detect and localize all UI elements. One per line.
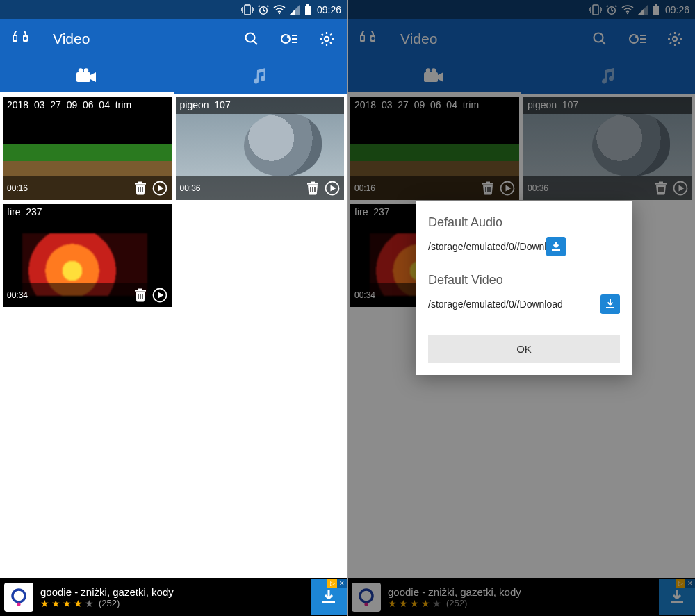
star-icon: ★ [410,598,419,609]
video-tile[interactable]: pigeon_107 00:36 [176,97,345,200]
page-title: Video [53,31,224,47]
delete-button[interactable] [133,181,148,196]
svg-point-9 [246,33,255,42]
pick-video-folder-button[interactable] [600,294,620,314]
app-bar: Video [348,19,695,58]
play-button[interactable] [500,181,515,196]
star-empty-icon: ★ [85,598,94,609]
play-button[interactable] [152,181,167,196]
delete-button[interactable] [653,181,669,196]
svg-rect-26 [593,5,598,15]
play-button[interactable] [325,181,340,196]
ad-rating-count: (252) [99,598,120,608]
status-icons [241,4,311,15]
svg-rect-18 [307,183,318,185]
svg-rect-19 [311,182,315,183]
ad-install-button[interactable]: ▷ ✕ [659,579,695,615]
ad-rating-count: (252) [446,598,467,608]
settings-button[interactable] [664,28,685,49]
video-duration: 00:16 [354,183,476,193]
wifi-icon [621,5,634,15]
play-circle-icon [500,181,515,196]
tab-audio[interactable] [174,58,348,94]
ad-close-icon[interactable]: ✕ [337,579,347,588]
svg-point-28 [627,13,628,14]
svg-rect-15 [135,183,146,185]
play-circle-icon [673,181,688,196]
ad-title: goodie - zniżki, gazetki, kody [388,586,659,598]
svg-rect-44 [655,183,667,185]
ad-text: goodie - zniżki, gazetki, kody ★★★★★ (25… [388,586,659,609]
video-tile[interactable]: 2018_03_27_09_06_04_trim 00:16 [350,97,519,200]
status-bar: 09:26 [348,0,695,19]
play-circle-icon [152,181,167,196]
ad-banner[interactable]: goodie - zniżki, gazetki, kody ★★★★★ (25… [0,578,347,616]
star-icon: ★ [388,598,397,609]
video-tile[interactable]: 2018_03_27_09_06_04_trim 00:16 [3,97,172,200]
gear-icon [667,31,683,47]
delete-button[interactable] [480,181,496,196]
search-button[interactable] [589,28,610,49]
screen-left: 09:26 Video [0,0,348,616]
ad-close-icon[interactable]: ✕ [685,579,695,588]
refresh-list-button[interactable] [627,28,648,49]
svg-point-40 [432,68,436,72]
ad-rating: ★★★★★ (252) [388,598,659,609]
ad-label-icon: ▷ [327,579,337,588]
page-title: Video [400,31,573,47]
star-empty-icon: ★ [432,598,441,609]
star-icon: ★ [74,598,83,609]
svg-point-51 [364,602,368,606]
trash-icon [653,181,669,196]
video-tile[interactable]: pigeon_107 00:36 [523,97,692,200]
download-icon [667,588,687,607]
ad-app-icon [352,583,381,612]
video-duration: 00:34 [7,290,129,300]
video-title: pigeon_107 [176,97,345,114]
video-tile[interactable]: fire_237 00:34 [3,204,172,307]
dialog-heading-video: Default Video [428,273,620,288]
tile-bottom-bar: 00:16 [350,176,519,200]
svg-point-35 [594,33,603,42]
svg-point-2 [279,13,280,14]
video-title: 2018_03_27_09_06_04_trim [350,97,519,114]
tile-bottom-bar: 00:36 [176,176,345,200]
tab-audio[interactable] [521,58,695,94]
ad-app-icon [4,583,33,612]
ad-rating: ★★★★★ (252) [40,598,311,609]
wifi-icon [273,5,286,15]
svg-rect-45 [659,182,663,183]
video-camera-icon [424,68,445,85]
svg-rect-21 [135,290,146,292]
tab-video[interactable] [0,58,174,94]
play-circle-icon [152,288,167,303]
video-grid: 2018_03_27_09_06_04_trim 00:16 pigeon_10… [0,94,347,578]
video-title: fire_237 [3,204,172,221]
pick-audio-folder-button[interactable] [546,237,566,256]
refresh-list-button[interactable] [279,28,300,49]
settings-button[interactable] [316,28,337,49]
ad-banner[interactable]: goodie - zniżki, gazetki, kody ★★★★★ (25… [348,578,695,616]
trash-icon [480,181,496,196]
video-camera-icon [76,68,97,85]
svg-rect-30 [655,4,657,6]
ad-label-icon: ▷ [676,579,685,588]
ok-button[interactable]: OK [428,335,620,363]
delete-button[interactable] [305,181,320,196]
music-note-icon [252,68,268,85]
tab-video[interactable] [348,58,521,94]
play-button[interactable] [152,288,167,303]
svg-rect-3 [305,6,311,15]
gear-icon [318,31,335,47]
vibrate-icon [241,4,254,15]
delete-button[interactable] [133,288,148,303]
default-video-path: /storage/emulated/0//Download [428,298,600,310]
svg-rect-0 [245,5,250,15]
search-button[interactable] [241,28,262,49]
refresh-icon [280,31,298,47]
play-button[interactable] [673,181,688,196]
svg-point-11 [325,37,329,41]
svg-rect-16 [138,182,142,183]
ad-install-button[interactable]: ▷ ✕ [311,579,347,615]
svg-rect-38 [424,72,438,82]
